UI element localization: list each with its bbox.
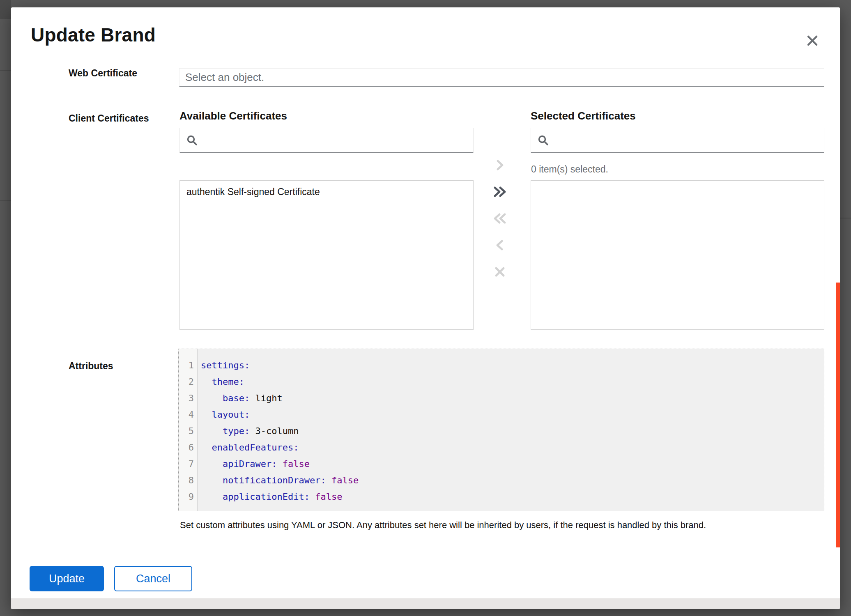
selected-search-input[interactable] <box>549 128 824 152</box>
close-x-glyph <box>806 34 819 47</box>
available-certificate-item[interactable]: authentik Self-signed Certificate <box>180 181 473 203</box>
code-line[interactable]: applicationEdit: false <box>201 489 824 505</box>
move-all-left-icon[interactable] <box>491 209 509 228</box>
available-certificates-list[interactable]: authentik Self-signed Certificate <box>179 180 474 330</box>
code-line[interactable]: type: 3-column <box>201 423 824 439</box>
selected-certificates-list[interactable] <box>531 180 824 330</box>
accent-bar <box>836 283 840 547</box>
move-all-right-icon[interactable] <box>491 183 509 201</box>
available-search-input[interactable] <box>198 128 473 152</box>
update-button[interactable]: Update <box>30 566 104 591</box>
search-icon <box>186 135 198 146</box>
code-line[interactable]: theme: <box>201 374 824 390</box>
code-line-number: 4 <box>179 407 197 423</box>
code-line[interactable]: apiDrawer: false <box>201 456 824 472</box>
web-certificate-select[interactable] <box>179 68 824 87</box>
move-selected-right-icon[interactable] <box>491 156 509 174</box>
cancel-button[interactable]: Cancel <box>114 566 192 591</box>
modal-footer-strip <box>11 598 840 609</box>
code-content[interactable]: settings: theme: base: light layout: typ… <box>198 349 824 511</box>
available-certificates-heading: Available Certificates <box>179 110 287 122</box>
code-line[interactable]: base: light <box>201 390 824 407</box>
web-certificate-label: Web Certificate <box>69 68 137 79</box>
modal-title: Update Brand <box>31 24 156 46</box>
search-icon <box>538 135 549 146</box>
code-line-number: 9 <box>179 489 197 505</box>
selected-certificates-heading: Selected Certificates <box>531 110 636 122</box>
dual-list-controls <box>491 156 509 290</box>
code-line[interactable]: enabledFeatures: <box>201 439 824 456</box>
code-line-number: 7 <box>179 456 197 472</box>
attributes-help-text: Set custom attributes using YAML or JSON… <box>180 520 824 531</box>
backdrop-shade <box>0 0 11 19</box>
available-search-field[interactable] <box>179 128 474 153</box>
remove-selected-icon[interactable] <box>491 263 509 281</box>
web-certificate-input[interactable] <box>179 69 824 86</box>
code-line-number: 2 <box>179 374 197 390</box>
client-certificates-label: Client Certificates <box>69 113 149 124</box>
code-line[interactable]: settings: <box>201 357 824 374</box>
code-line-number: 8 <box>179 472 197 489</box>
selected-status-text: 0 item(s) selected. <box>531 164 608 175</box>
code-line[interactable]: notificationDrawer: false <box>201 472 824 489</box>
attributes-code-editor[interactable]: 123456789 settings: theme: base: light l… <box>178 349 824 511</box>
move-selected-left-icon[interactable] <box>491 236 509 254</box>
selected-search-field[interactable] <box>531 128 824 153</box>
attributes-label: Attributes <box>69 361 113 372</box>
backdrop-line <box>0 200 11 201</box>
code-line-number: 1 <box>179 357 197 374</box>
update-brand-modal: Update Brand Web Certificate Client Cert… <box>11 7 840 609</box>
backdrop-line <box>0 70 11 71</box>
code-line-number: 5 <box>179 423 197 439</box>
code-line-numbers-gutter: 123456789 <box>179 349 198 511</box>
code-line-number: 6 <box>179 439 197 456</box>
code-line[interactable]: layout: <box>201 407 824 423</box>
backdrop-line <box>840 218 851 218</box>
code-line-number: 3 <box>179 390 197 407</box>
close-icon[interactable] <box>803 31 822 51</box>
